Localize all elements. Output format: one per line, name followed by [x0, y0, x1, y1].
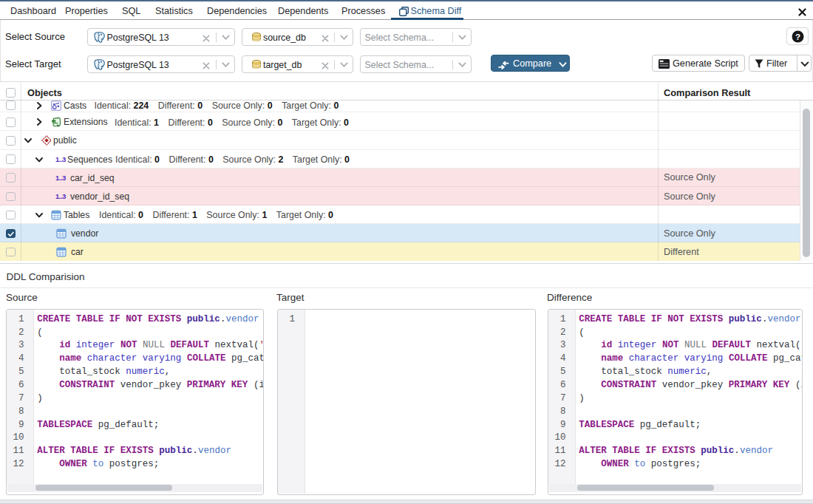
- svg-text:?: ?: [795, 32, 800, 41]
